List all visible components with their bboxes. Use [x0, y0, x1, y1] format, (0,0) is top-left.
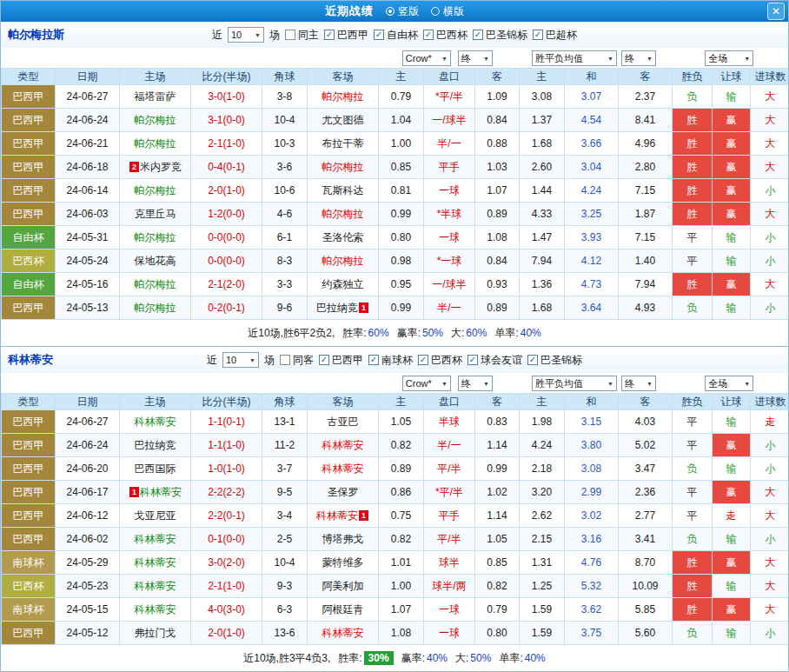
result-cell: 胜	[673, 551, 713, 575]
team-link[interactable]: 古亚巴	[328, 416, 359, 428]
team-link[interactable]: 帕尔梅拉	[135, 137, 176, 150]
checkbox-checked-icon[interactable]: ✓	[319, 355, 329, 365]
league-filter-label: 球会友谊	[481, 353, 522, 368]
team-link[interactable]: 巴拉纳竞	[316, 302, 358, 314]
team-link[interactable]: 帕尔梅拉	[322, 255, 364, 267]
team-link[interactable]: 帕尔梅拉	[135, 231, 176, 243]
league-filter-checkbox[interactable]: ✓巴圣锦标	[527, 353, 582, 368]
team-link[interactable]: 科林蒂安	[135, 533, 176, 545]
checkbox-unchecked-icon[interactable]	[285, 30, 295, 40]
euro-final-select[interactable]: 终	[621, 376, 656, 391]
away-team-cell: 巴拉纳竞1	[308, 296, 379, 320]
league-type-cell: 南球杯	[2, 598, 56, 622]
close-button[interactable]: ✕	[767, 3, 785, 20]
games-count-select[interactable]: 10	[222, 352, 259, 368]
checkbox-checked-icon[interactable]: ✓	[527, 355, 538, 365]
checkbox-checked-icon[interactable]: ✓	[324, 30, 335, 40]
radio-unselected-icon[interactable]	[431, 7, 440, 16]
team-link[interactable]: 帕尔梅拉	[135, 302, 176, 314]
league-filter-checkbox[interactable]: ✓南球杯	[368, 353, 413, 368]
team-link[interactable]: 科林蒂安	[135, 416, 176, 428]
team-link[interactable]: 米内罗竞	[140, 161, 182, 173]
scope-select[interactable]: 全场	[705, 50, 753, 66]
team-link[interactable]: 阿根廷青	[322, 603, 364, 615]
asian-final-select[interactable]: 终	[458, 50, 493, 66]
team-link[interactable]: 福塔雷萨	[135, 90, 176, 103]
score-cell: 1-1(1-0)	[191, 434, 262, 457]
euro-avg-select[interactable]: 胜平负均值	[532, 50, 617, 66]
team-link[interactable]: 蒙特维多	[322, 556, 364, 569]
league-filter-checkbox[interactable]: ✓球会友谊	[467, 353, 522, 368]
bookmaker-select[interactable]: Crow*	[402, 50, 451, 66]
team-link[interactable]: 瓦斯科达	[322, 184, 364, 196]
euro-final-select[interactable]: 终	[621, 50, 656, 66]
team-link[interactable]: 科林蒂安	[135, 556, 176, 569]
layout-radio-horizontal[interactable]: 横版	[431, 4, 464, 19]
same-venue-checkbox[interactable]: 同主	[285, 28, 319, 43]
team-link[interactable]: 巴西国际	[135, 462, 176, 475]
asian-final-select[interactable]: 终	[458, 376, 493, 391]
team-link[interactable]: 科林蒂安	[322, 439, 364, 451]
bookmaker-select[interactable]: Crow*	[402, 376, 451, 391]
handicap-cell: 平手	[424, 504, 475, 528]
checkbox-checked-icon[interactable]: ✓	[374, 30, 384, 40]
asian-away-odds-cell: 1.07	[475, 179, 520, 203]
layout-radio-vertical[interactable]: 竖版	[386, 4, 419, 19]
section-header-2: 科林蒂安 近 10 场 同客 ✓巴西甲✓南球杯✓巴西杯✓球会友谊✓巴圣锦标	[1, 347, 788, 373]
team-link[interactable]: 巴拉纳竞	[135, 439, 176, 451]
home-team-cell: 科林蒂安	[120, 575, 191, 598]
scope-select[interactable]: 全场	[705, 376, 753, 391]
league-filter-checkbox[interactable]: ✓巴圣锦标	[473, 28, 527, 43]
team-link[interactable]: 科林蒂安	[322, 462, 364, 475]
league-filter-checkbox[interactable]: ✓巴西甲	[319, 353, 363, 368]
games-count-select[interactable]: 10	[228, 27, 264, 43]
match-row: 巴西甲24-06-24巴拉纳竞1-1(1-0)11-2科林蒂安0.82半/一1.…	[2, 434, 789, 457]
team-link[interactable]: 帕尔梅拉	[135, 114, 176, 126]
team-link[interactable]: 帕尔梅拉	[322, 90, 364, 103]
checkbox-checked-icon[interactable]: ✓	[368, 355, 379, 365]
corners-cell: 4-6	[262, 203, 308, 226]
team-link[interactable]: 弗拉门戈	[135, 627, 176, 639]
team-link[interactable]: 尤文图德	[322, 114, 364, 126]
checkbox-checked-icon[interactable]: ✓	[467, 355, 478, 365]
team-link[interactable]: 科林蒂安	[140, 486, 182, 498]
league-filter-checkbox[interactable]: ✓巴超杯	[533, 28, 577, 43]
team-link[interactable]: 圣洛伦索	[322, 231, 364, 243]
league-filter-checkbox[interactable]: ✓巴西甲	[324, 28, 368, 43]
team-link[interactable]: 阿美利加	[322, 580, 364, 592]
same-venue-checkbox[interactable]: 同客	[280, 353, 314, 368]
euro-avg-select[interactable]: 胜平负均值	[532, 376, 617, 391]
team-link[interactable]: 科林蒂安	[135, 580, 176, 592]
result-cell: 胜	[673, 132, 713, 156]
team-link[interactable]: 科林蒂安	[316, 509, 358, 522]
team-link[interactable]: 戈亚尼亚	[135, 509, 176, 522]
euro-draw-odds-cell: 3.16	[565, 528, 619, 551]
team-link[interactable]: 帕尔梅拉	[322, 161, 364, 173]
stat-value: 60%	[466, 327, 487, 339]
checkbox-checked-icon[interactable]: ✓	[423, 30, 434, 40]
league-filter-checkbox[interactable]: ✓巴西杯	[423, 28, 467, 43]
team-link[interactable]: 科林蒂安	[135, 603, 176, 615]
team-link[interactable]: 克里丘马	[135, 208, 176, 220]
away-team-cell: 帕尔梅拉	[308, 203, 379, 226]
date-cell: 24-06-20	[56, 457, 120, 481]
team-link[interactable]: 帕尔梅拉	[322, 208, 364, 220]
team-link[interactable]: 圣保罗	[328, 486, 359, 498]
checkbox-checked-icon[interactable]: ✓	[418, 355, 428, 365]
team-link[interactable]: 约森独立	[322, 278, 364, 290]
league-filter-checkbox[interactable]: ✓自由杯	[374, 28, 418, 43]
team-link[interactable]: 帕尔梅拉	[135, 184, 176, 196]
team-link[interactable]: 科林蒂安	[322, 627, 364, 639]
radio-selected-icon[interactable]	[386, 7, 394, 16]
team-link[interactable]: 布拉干蒂	[322, 137, 364, 150]
team-link[interactable]: 帕尔梅拉	[135, 278, 176, 290]
column-header: 主	[520, 394, 565, 410]
date-cell: 24-06-03	[56, 203, 120, 226]
team-link[interactable]: 博塔弗戈	[322, 533, 364, 545]
euro-home-odds-cell: 2.60	[520, 156, 565, 179]
checkbox-checked-icon[interactable]: ✓	[473, 30, 483, 40]
checkbox-checked-icon[interactable]: ✓	[533, 30, 543, 40]
team-link[interactable]: 保地花高	[135, 255, 176, 267]
checkbox-unchecked-icon[interactable]	[280, 355, 290, 365]
league-filter-checkbox[interactable]: ✓巴西杯	[418, 353, 462, 368]
